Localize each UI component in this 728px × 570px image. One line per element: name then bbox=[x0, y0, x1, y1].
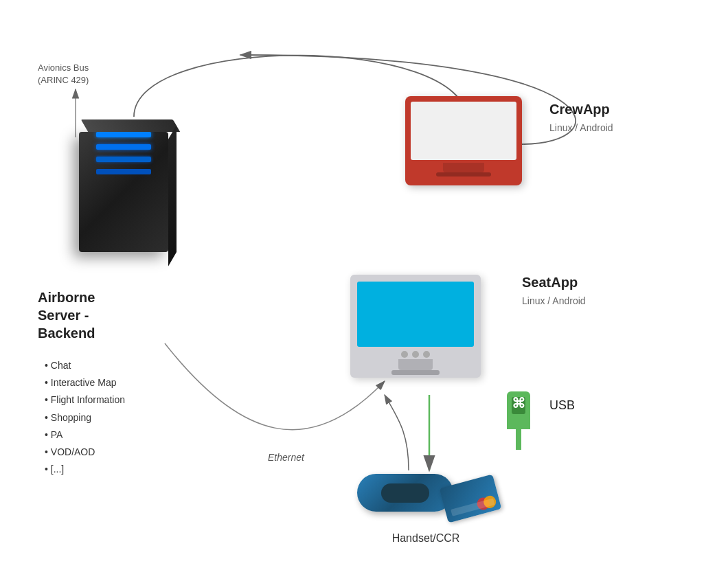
server-side bbox=[168, 125, 177, 266]
avionics-line2: (ARINC 429) bbox=[38, 75, 89, 85]
dot-2 bbox=[412, 351, 419, 358]
seatapp-monitor bbox=[350, 275, 481, 378]
handset-label: Handset/CCR bbox=[364, 532, 488, 545]
server-block bbox=[55, 110, 192, 275]
cc-circle-orange bbox=[482, 494, 497, 510]
seatapp-dots bbox=[357, 351, 474, 358]
usb-block: ⌘ bbox=[501, 391, 536, 446]
feature-more: [...] bbox=[41, 461, 125, 478]
crewapp-stand bbox=[443, 163, 484, 172]
dot-3 bbox=[423, 351, 430, 358]
seatapp-sublabel: Linux / Android bbox=[522, 295, 586, 306]
crewapp-sublabel: Linux / Android bbox=[549, 122, 613, 133]
handset-body bbox=[357, 474, 453, 512]
server-icon bbox=[69, 124, 179, 261]
usb-icon: ⌘ bbox=[501, 391, 536, 446]
server-slot-4 bbox=[96, 169, 151, 174]
feature-flight: Flight Information bbox=[41, 391, 125, 409]
crewapp-base bbox=[436, 172, 491, 176]
server-label-line1: Airborne bbox=[38, 290, 95, 305]
server-slot-2 bbox=[96, 144, 151, 150]
seatapp-label: SeatApp bbox=[522, 275, 578, 290]
seatapp-stand bbox=[398, 359, 433, 370]
usb-symbol: ⌘ bbox=[512, 395, 525, 411]
crewapp-screen bbox=[411, 102, 516, 160]
server-top bbox=[81, 119, 180, 132]
seatapp-screen bbox=[357, 282, 474, 347]
feature-list: Chat Interactive Map Flight Information … bbox=[41, 357, 125, 478]
feature-pa: PA bbox=[41, 426, 125, 444]
diagram-container: Avionics Bus (ARINC 429) Airborne Server… bbox=[0, 0, 728, 570]
usb-label: USB bbox=[549, 398, 575, 413]
crewapp-monitor bbox=[405, 96, 522, 185]
feature-map: Interactive Map bbox=[41, 374, 125, 391]
seatapp-block bbox=[350, 275, 481, 378]
crewapp-block bbox=[405, 96, 522, 185]
seatapp-base bbox=[391, 370, 440, 375]
server-slot-3 bbox=[96, 157, 151, 162]
server-slot-1 bbox=[96, 132, 151, 137]
usb-cord bbox=[516, 429, 521, 450]
server-label-line3: Backend bbox=[38, 326, 95, 341]
handset-block bbox=[357, 474, 453, 512]
feature-chat: Chat bbox=[41, 357, 125, 374]
ethernet-label: Ethernet bbox=[268, 452, 304, 463]
avionics-label: Avionics Bus (ARINC 429) bbox=[38, 62, 89, 87]
handset-oval bbox=[381, 483, 429, 503]
feature-vod: VOD/AOD bbox=[41, 444, 125, 461]
feature-shopping: Shopping bbox=[41, 409, 125, 426]
credit-card-logo bbox=[476, 494, 498, 512]
avionics-line1: Avionics Bus bbox=[38, 62, 89, 73]
usb-plug: ⌘ bbox=[507, 391, 530, 429]
server-body bbox=[79, 132, 168, 252]
crewapp-label: CrewApp bbox=[549, 102, 610, 117]
server-label: Airborne Server - Backend bbox=[38, 288, 95, 342]
server-label-line2: Server - bbox=[38, 308, 89, 323]
dot-1 bbox=[401, 351, 408, 358]
